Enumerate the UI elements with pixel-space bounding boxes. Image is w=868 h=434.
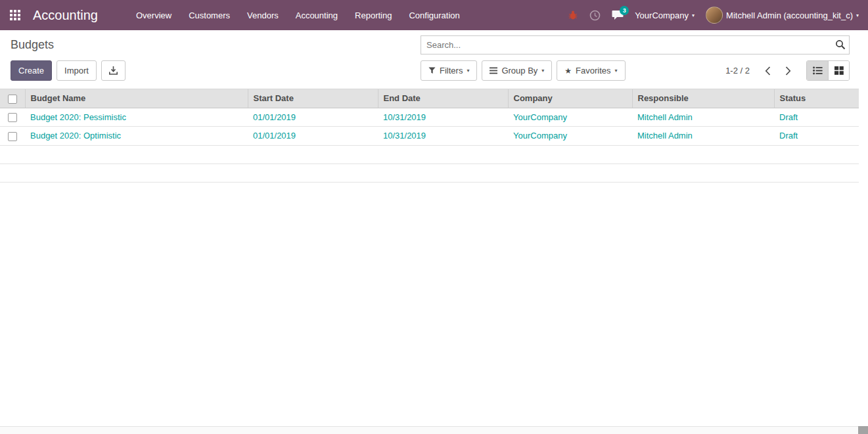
systray: 3 YourCompany ▾ Mitchell Admin (accounti… [568,7,859,24]
group-by-button[interactable]: Group By ▾ [482,60,552,81]
group-by-label: Group By [501,66,537,76]
menu-reporting[interactable]: Reporting [355,11,392,20]
chevron-down-icon: ▾ [692,12,695,18]
chevron-right-icon [785,66,791,76]
chevron-left-icon [765,66,771,76]
search-icon[interactable] [835,39,846,50]
bug-icon [568,10,578,20]
user-name: Mitchell Admin (accounting_kit_c) [726,11,853,20]
pager: 1-2 / 2 [725,64,797,78]
row-checkbox[interactable] [8,132,17,141]
page-title: Budgets [11,38,54,51]
chevron-down-icon: ▾ [467,68,469,74]
table-row[interactable]: Budget 2020: Pessimistic 01/01/2019 10/3… [0,108,859,127]
cell-company[interactable]: YourCompany [508,108,632,127]
app-name[interactable]: Accounting [33,8,98,23]
favorites-button[interactable]: ★ Favorites ▾ [557,60,625,81]
cell-end-date[interactable]: 10/31/2019 [378,127,508,146]
cell-start-date[interactable]: 01/01/2019 [248,127,378,146]
messages-icon[interactable]: 3 [612,10,624,20]
top-navbar: Accounting Overview Customers Vendors Ac… [0,0,868,30]
table-row[interactable]: Budget 2020: Optimistic 01/01/2019 10/31… [0,127,859,146]
row-checkbox-cell [0,127,25,146]
select-all-cell [0,89,25,108]
kanban-view-button[interactable] [828,61,849,80]
star-icon: ★ [564,67,572,75]
budget-list-view: Budget Name Start Date End Date Company … [0,89,868,183]
company-switcher[interactable]: YourCompany ▾ [635,11,695,20]
menu-vendors[interactable]: Vendors [247,11,279,20]
cell-responsible[interactable]: Mitchell Admin [632,127,774,146]
filters-button[interactable]: Filters ▾ [421,60,477,81]
column-header-end-date[interactable]: End Date [378,89,508,108]
kanban-icon [834,66,844,75]
menu-configuration[interactable]: Configuration [409,11,459,20]
cell-end-date[interactable]: 10/31/2019 [378,108,508,127]
cell-status[interactable]: Draft [774,127,859,146]
cell-status[interactable]: Draft [774,108,859,127]
menu-overview[interactable]: Overview [136,11,171,20]
clock-icon [589,10,601,21]
list-view-button[interactable] [807,61,828,80]
search-input[interactable] [421,35,850,54]
filters-label: Filters [440,66,463,76]
column-header-budget-name[interactable]: Budget Name [25,89,248,108]
apps-menu-icon[interactable] [0,0,30,30]
column-header-responsible[interactable]: Responsible [632,89,774,108]
column-header-status[interactable]: Status [774,89,859,108]
action-buttons: Create Import [11,60,421,81]
empty-row [0,145,859,163]
cell-budget-name[interactable]: Budget 2020: Pessimistic [25,108,248,127]
view-switcher [806,60,850,81]
empty-row [0,163,859,182]
cell-budget-name[interactable]: Budget 2020: Optimistic [25,127,248,146]
debug-bug-icon[interactable] [568,10,578,20]
import-button[interactable]: Import [57,60,97,81]
breadcrumb: Budgets [11,38,421,52]
row-checkbox[interactable] [8,113,17,122]
pager-previous-button[interactable] [759,64,777,78]
row-checkbox-cell [0,108,25,127]
list-icon [813,66,823,75]
column-header-company[interactable]: Company [508,89,632,108]
control-panel-bottom-row: Create Import Filters ▾ [11,60,850,81]
create-button[interactable]: Create [11,60,52,81]
grid-icon [10,10,20,20]
pager-range: 1-2 / 2 [725,66,750,76]
cell-start-date[interactable]: 01/01/2019 [248,108,378,127]
bars-icon [490,67,497,74]
message-count-badge: 3 [620,6,629,15]
cell-company[interactable]: YourCompany [508,127,632,146]
horizontal-scrollbar-track[interactable] [0,426,868,434]
chevron-down-icon: ▾ [541,68,544,74]
search-option-buttons: Filters ▾ Group By ▾ ★ Favorites ▾ [421,60,626,81]
user-menu[interactable]: Mitchell Admin (accounting_kit_c) ▾ [706,7,859,24]
export-button[interactable] [101,60,126,81]
activities-clock-icon[interactable] [589,10,601,21]
company-name: YourCompany [635,11,689,20]
user-avatar [706,7,723,24]
select-all-checkbox[interactable] [8,95,17,104]
chevron-down-icon: ▾ [615,68,618,74]
cell-responsible[interactable]: Mitchell Admin [632,108,774,127]
scrollbar-thumb[interactable] [858,426,868,434]
funnel-icon [428,67,436,74]
search-box [421,35,850,54]
main-menu: Overview Customers Vendors Accounting Re… [136,11,460,20]
menu-accounting[interactable]: Accounting [296,11,338,20]
chevron-down-icon: ▾ [856,12,859,18]
menu-customers[interactable]: Customers [189,11,230,20]
pager-next-button[interactable] [779,64,797,78]
table-header-row: Budget Name Start Date End Date Company … [0,89,859,108]
control-panel-top-row: Budgets [11,35,850,54]
budget-table: Budget Name Start Date End Date Company … [0,89,859,183]
column-header-start-date[interactable]: Start Date [248,89,378,108]
favorites-label: Favorites [576,66,610,76]
download-icon [109,66,118,75]
control-panel: Budgets Create Import [0,30,868,81]
